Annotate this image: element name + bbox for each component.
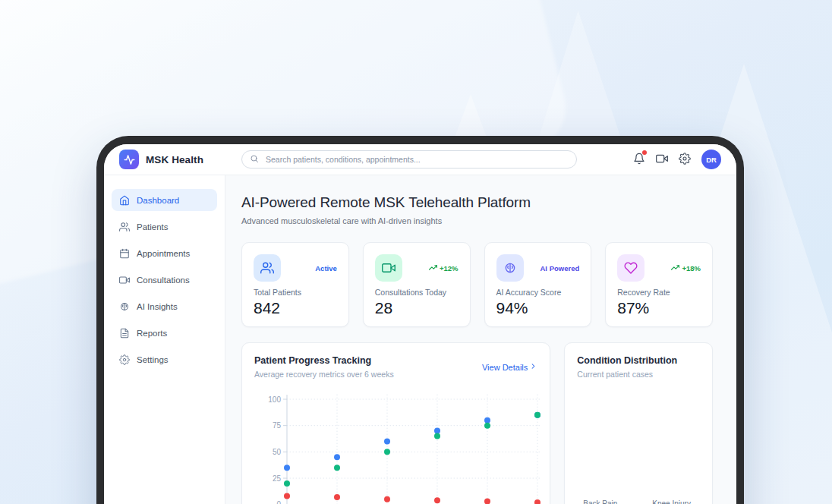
green-series-point xyxy=(534,412,540,418)
sidebar-item-ai-insights[interactable]: AI Insights xyxy=(112,295,217,317)
condition-distribution-card: Condition Distribution Current patient c… xyxy=(564,342,713,504)
patient-progress-card: Patient Progress Tracking Average recove… xyxy=(241,342,550,504)
notifications-button[interactable] xyxy=(633,153,645,167)
notification-dot xyxy=(642,150,647,155)
sidebar-item-label: Dashboard xyxy=(137,196,179,205)
sidebar: Dashboard Patients Appointments Consulta… xyxy=(104,175,225,504)
stat-badge: +12% xyxy=(429,263,459,273)
panel-title: Condition Distribution xyxy=(577,355,700,366)
red-series-point xyxy=(534,499,540,504)
blue-series-point xyxy=(484,417,490,424)
panel-title: Patient Progress Tracking xyxy=(254,355,394,366)
sidebar-item-dashboard[interactable]: Dashboard xyxy=(112,189,217,211)
search-input[interactable] xyxy=(264,154,569,165)
stat-badge: AI Powered xyxy=(540,264,580,272)
app-screen: MSK Health DR xyxy=(104,144,736,504)
svg-text:0: 0 xyxy=(276,500,281,504)
main-content: AI-Powered Remote MSK Telehealth Platfor… xyxy=(225,175,736,504)
green-series-point xyxy=(484,423,490,429)
settings-button[interactable] xyxy=(679,153,691,167)
sidebar-item-consultations[interactable]: Consultations xyxy=(112,269,217,291)
red-series-point xyxy=(284,493,290,499)
green-series-point xyxy=(434,433,440,439)
sidebar-item-label: AI Insights xyxy=(137,302,178,311)
video-call-button[interactable] xyxy=(656,153,668,167)
calendar-icon xyxy=(119,248,130,259)
sidebar-item-label: Patients xyxy=(137,222,169,232)
stats-row: Active Total Patients 842 +12% Consultat… xyxy=(241,242,713,327)
stat-label: Consultations Today xyxy=(375,288,459,297)
document-icon xyxy=(119,328,130,339)
sidebar-item-appointments[interactable]: Appointments xyxy=(112,242,217,264)
blue-series-point xyxy=(334,454,340,460)
stat-label: Total Patients xyxy=(254,288,337,297)
panel-subtitle: Average recovery metrics over 6 weeks xyxy=(254,370,394,379)
search-icon xyxy=(250,153,259,166)
svg-text:25: 25 xyxy=(273,474,282,483)
video-icon xyxy=(375,254,402,282)
red-series-point xyxy=(484,499,490,504)
stat-value: 842 xyxy=(254,299,337,317)
device-frame: MSK Health DR xyxy=(96,136,744,504)
sidebar-item-label: Settings xyxy=(137,355,169,364)
panel-header: Patient Progress Tracking Average recove… xyxy=(254,355,537,379)
green-series-point xyxy=(334,465,340,471)
svg-text:75: 75 xyxy=(273,421,282,430)
stat-card-ai-accuracy-score: AI Powered AI Accuracy Score 94% xyxy=(484,242,592,327)
video-icon xyxy=(119,275,130,285)
red-series-point xyxy=(334,494,340,500)
green-series-point xyxy=(284,480,290,487)
stat-value: 87% xyxy=(617,299,701,317)
search-bar[interactable] xyxy=(241,150,577,169)
charts-row: Patient Progress Tracking Average recove… xyxy=(241,342,713,504)
header-actions: DR xyxy=(633,150,736,169)
stat-card-consultations-today: +12% Consultations Today 28 xyxy=(363,242,471,327)
users-icon xyxy=(119,222,130,232)
condition-legend: Back PainKnee Injury xyxy=(583,499,704,504)
legend-item-knee-injury: Knee Injury xyxy=(652,499,691,504)
stat-value: 94% xyxy=(496,299,580,317)
chevron-right-icon xyxy=(529,362,537,372)
view-details-link[interactable]: View Details xyxy=(482,362,537,372)
svg-text:50: 50 xyxy=(273,448,282,456)
progress-chart: 0255075100 xyxy=(242,386,552,504)
panel-subtitle: Current patient cases xyxy=(577,370,700,379)
brain-icon xyxy=(496,254,524,282)
gear-icon xyxy=(119,354,130,365)
stat-card-total-patients: Active Total Patients 842 xyxy=(241,242,349,327)
sidebar-item-label: Reports xyxy=(137,329,167,338)
gear-icon xyxy=(679,153,691,167)
sidebar-item-settings[interactable]: Settings xyxy=(112,348,217,370)
stat-badge: +18% xyxy=(671,263,701,273)
legend-item-back-pain: Back Pain xyxy=(583,499,617,504)
red-series-point xyxy=(434,497,440,503)
svg-text:100: 100 xyxy=(268,395,281,404)
stat-badge: Active xyxy=(315,264,337,272)
app-name: MSK Health xyxy=(146,154,203,165)
page-subtitle: Advanced musculoskeletal care with AI-dr… xyxy=(241,216,713,225)
blue-series-point xyxy=(284,465,290,471)
app-logo: MSK Health xyxy=(104,150,225,169)
green-series-point xyxy=(384,449,390,455)
home-icon xyxy=(119,195,130,206)
avatar[interactable]: DR xyxy=(701,150,721,169)
sidebar-item-label: Appointments xyxy=(137,249,190,258)
blue-series-point xyxy=(384,438,390,444)
trend-up-icon xyxy=(671,263,679,273)
brain-icon xyxy=(119,301,130,312)
sidebar-item-reports[interactable]: Reports xyxy=(112,322,217,344)
stat-label: AI Accuracy Score xyxy=(496,288,580,297)
users-icon xyxy=(254,254,281,282)
sidebar-item-label: Consultations xyxy=(137,276,190,285)
blue-series-point xyxy=(434,428,440,434)
stat-card-recovery-rate: +18% Recovery Rate 87% xyxy=(605,242,713,327)
page: MSK Health DR xyxy=(0,0,832,504)
heart-icon xyxy=(617,254,644,282)
page-title: AI-Powered Remote MSK Telehealth Platfor… xyxy=(241,194,713,211)
stat-value: 28 xyxy=(375,299,459,317)
sidebar-item-patients[interactable]: Patients xyxy=(112,216,217,238)
activity-icon xyxy=(119,150,139,169)
trend-up-icon xyxy=(429,263,437,273)
video-icon xyxy=(656,153,668,167)
red-series-point xyxy=(384,496,390,502)
